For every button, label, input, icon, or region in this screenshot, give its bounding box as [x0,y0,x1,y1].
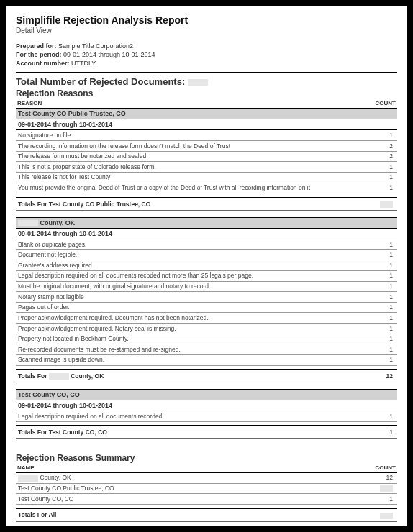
count-cell: 2 [369,151,397,162]
group-name: Test County CO, CO [18,391,80,398]
table-row: The recording information on the release… [16,141,397,152]
reasons-table: REASON COUNT Test County CO Public Trust… [16,98,397,446]
report-title: Simplifile Rejection Analysis Report [16,14,397,26]
summary-total-row: Totals For All [16,508,397,521]
count-cell: 1 [369,281,397,292]
summary-row: County, OK12 [16,472,397,483]
reason-cell: Scanned image is upside down. [16,354,369,365]
divider [16,72,397,73]
date-range-header: 09-01-2014 through 10-01-2014 [16,400,397,411]
report-meta: Prepared for: Sample Title Corporation2 … [16,42,397,68]
summary-name: Test County CO, CO [16,494,325,505]
summary-name: County, OK [16,472,325,483]
reason-cell: Document not legible. [16,249,369,260]
count-cell: 2 [369,141,397,152]
group-total-row: Totals For Test County CO Public Trustee… [16,198,397,211]
count-cell: 1 [369,162,397,173]
count-cell: 1 [369,324,397,334]
summary-count: 1 [325,494,397,505]
total-rejected-heading: Total Number of Rejected Documents: [16,76,397,87]
redacted [18,220,38,226]
table-row: Proper acknowledgement required. Notary … [16,324,397,334]
count-cell: 1 [369,130,397,141]
count-cell: 1 [369,292,397,303]
count-cell: 1 [369,302,397,313]
summary-row: Test County CO, CO1 [16,494,397,505]
reason-cell: Notary stamp not legible [16,292,369,303]
date-range-header: 09-01-2014 through 10-01-2014 [16,229,397,239]
reason-cell: You must provide the original Deed of Tr… [16,183,369,193]
period-value: 09-01-2014 through 10-01-2014 [63,51,155,58]
count-cell: 1 [369,344,397,355]
group-name: Test County CO Public Trustee, CO [18,110,126,117]
table-row: No signature on file.1 [16,130,397,141]
group-total-label: Totals For County, OK [16,370,369,382]
table-row: This release is not for Test County1 [16,172,397,183]
col-count: COUNT [325,463,397,473]
table-row: Must be original document, with original… [16,281,397,292]
reason-cell: Grantee's address required. [16,260,369,271]
group-total-count: 1 [369,426,397,439]
count-cell: 1 [369,270,397,281]
count-cell: 1 [369,183,397,193]
col-name: NAME [16,463,325,473]
reason-cell: Proper acknowledgement required. Notary … [16,324,369,334]
table-row: Blank or duplicate pages.1 [16,239,397,250]
table-row: Re-recorded documents must be re-stamped… [16,344,397,355]
table-row: Property not located in Beckham County.1 [16,334,397,344]
reason-cell: No signature on file. [16,130,369,141]
reason-cell: Re-recorded documents must be re-stamped… [16,344,369,355]
total-rejected-value-redacted [188,79,208,86]
prepared-for-label: Prepared for: [16,42,57,50]
col-reason: REASON [16,98,369,109]
group-name: County, OK [40,219,76,226]
count-cell: 1 [369,313,397,324]
summary-name: Test County CO Public Trustee, CO [16,483,325,494]
count-cell: 1 [369,249,397,260]
group-header: County, OK [16,217,397,228]
table-row: The release form must be notarized and s… [16,151,397,162]
total-rejected-label: Total Number of Rejected Documents: [16,76,185,87]
group-header: Test County CO Public Trustee, CO [16,109,397,119]
report-subtitle: Detail View [16,27,397,35]
summary-row: Test County CO Public Trustee, CO [16,483,397,494]
count-cell: 1 [369,172,397,183]
table-row: Pages out of order.1 [16,302,397,313]
redacted [18,475,38,482]
table-row: Document not legible.1 [16,249,397,260]
table-row: Legal description required on all docume… [16,411,397,422]
reason-cell: Legal description required on all docume… [16,270,369,281]
count-cell: 1 [369,411,397,422]
group-header: Test County CO, CO [16,390,397,400]
summary-total-label: Totals For All [16,508,325,521]
table-row: Grantee's address required.1 [16,260,397,271]
col-count: COUNT [369,98,397,109]
rejection-reasons-title: Rejection Reasons [16,88,397,98]
redacted [49,373,69,380]
summary-table: NAME COUNT County, OK12Test County CO Pu… [16,463,397,522]
table-row: You must provide the original Deed of Tr… [16,183,397,193]
reason-cell: Blank or duplicate pages. [16,239,369,250]
count-cell: 1 [369,334,397,344]
count-cell: 1 [369,239,397,250]
table-row: Legal description required on all docume… [16,270,397,281]
report-page: Simplifile Rejection Analysis Report Det… [6,6,407,526]
summary-count [325,483,397,494]
reason-cell: The release form must be notarized and s… [16,151,369,162]
group-total-label: Totals For Test County CO, CO [16,426,369,439]
reason-cell: This is not a proper state of Colorado r… [16,162,369,173]
date-range-header: 09-01-2014 through 10-01-2014 [16,119,397,130]
reason-cell: Proper acknowledgement required. Documen… [16,313,369,324]
group-total-label: Totals For Test County CO Public Trustee… [16,198,369,211]
redacted [380,201,393,208]
account-value: UTTDLY [71,60,96,67]
summary-title: Rejection Reasons Summary [16,453,397,463]
table-row: Notary stamp not legible1 [16,292,397,303]
account-label: Account number: [16,60,70,67]
reason-cell: Pages out of order. [16,302,369,313]
group-total-row: Totals For County, OK12 [16,370,397,382]
reason-cell: The recording information on the release… [16,141,369,152]
group-total-count [369,198,397,211]
reason-cell: Legal description required on all docume… [16,411,369,422]
table-row: This is not a proper state of Colorado r… [16,162,397,173]
